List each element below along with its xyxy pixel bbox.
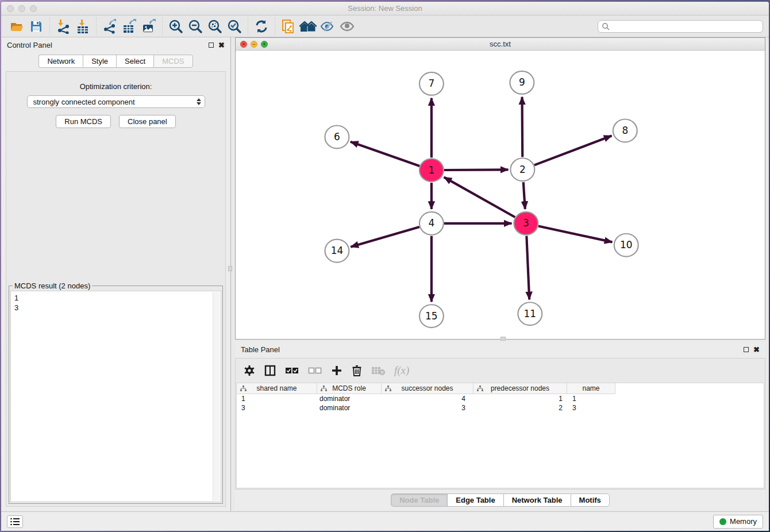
cell-name[interactable]: 1 (567, 394, 615, 403)
graph-node-14[interactable]: 14 (325, 240, 349, 263)
graph-edge-1-6[interactable] (351, 142, 419, 166)
tab-network[interactable]: Network (38, 55, 83, 68)
zoom-fit-button[interactable] (205, 17, 225, 36)
cell-successor-nodes[interactable]: 3 (382, 403, 473, 413)
clone-network-button[interactable] (279, 17, 298, 36)
graph-node-8[interactable]: 8 (613, 119, 637, 142)
graph-node-6[interactable]: 6 (325, 125, 349, 148)
mcds-result-box: MCDS result (2 nodes) 1 3 (9, 286, 223, 504)
tab-style[interactable]: Style (83, 55, 116, 68)
tab-network-table[interactable]: Network Table (503, 494, 571, 507)
cell-mcds-role[interactable]: dominator (317, 394, 382, 403)
hide-selected-button[interactable] (318, 17, 337, 36)
table-settings-button[interactable] (244, 365, 255, 376)
graph-edge-4-14[interactable] (351, 227, 419, 247)
task-history-button[interactable] (7, 515, 23, 528)
result-scrollbar[interactable] (213, 292, 220, 501)
graph-node-3[interactable]: 3 (514, 212, 538, 235)
result-item[interactable]: 1 (14, 293, 209, 303)
import-table-button[interactable] (73, 17, 93, 36)
graph-edge-1-2[interactable] (444, 169, 509, 170)
graph-edge-3-10[interactable] (538, 226, 613, 242)
network-minimize-button[interactable]: − (251, 41, 257, 48)
table-toolbar: f(x) (236, 358, 765, 383)
mcds-result-list[interactable]: 1 3 (10, 291, 221, 502)
delete-column-button[interactable] (352, 365, 362, 376)
save-session-button[interactable] (26, 17, 46, 36)
vertical-splitter-handle[interactable] (228, 266, 232, 271)
import-network-button[interactable] (53, 17, 73, 36)
maximize-window-button[interactable] (30, 5, 37, 12)
column-header-name[interactable]: name (567, 383, 615, 394)
close-window-button[interactable] (7, 5, 14, 12)
search-input[interactable] (612, 22, 759, 30)
refresh-button[interactable] (252, 17, 271, 36)
column-label: MCDS role (332, 384, 366, 392)
cell-successor-nodes[interactable]: 4 (382, 394, 473, 403)
open-folder-icon (9, 19, 24, 34)
search-box[interactable] (598, 20, 763, 33)
open-session-button[interactable] (7, 17, 26, 36)
graph-node-10[interactable]: 10 (614, 234, 638, 257)
select-all-button[interactable] (285, 367, 299, 375)
graph-svg[interactable]: 7968124314101511 (236, 51, 765, 339)
close-panel-button[interactable]: Close panel (119, 115, 176, 128)
graph-node-15[interactable]: 15 (419, 304, 444, 327)
cell-mcds-role[interactable]: dominator (317, 403, 382, 413)
graph-node-11[interactable]: 11 (518, 302, 542, 325)
float-table-panel-icon[interactable] (744, 347, 749, 352)
memory-button[interactable]: Memory (713, 515, 763, 529)
tab-node-table[interactable]: Node Table (391, 494, 447, 507)
graph-edge-2-9[interactable] (522, 97, 523, 157)
home-button[interactable] (298, 17, 318, 36)
add-column-button[interactable] (331, 365, 342, 376)
export-image-button[interactable] (139, 17, 159, 36)
zoom-out-button[interactable] (186, 17, 205, 36)
tab-edge-table[interactable]: Edge Table (447, 494, 503, 507)
column-header-mcds-role[interactable]: MCDS role (317, 383, 382, 394)
close-panel-icon[interactable]: ✖ (218, 41, 225, 49)
graph-edge-3-11[interactable] (526, 236, 529, 300)
graph-edge-2-8[interactable] (534, 136, 612, 165)
graph-node-4[interactable]: 4 (419, 212, 444, 235)
network-canvas[interactable]: 7968124314101511 (236, 51, 765, 339)
tab-select[interactable]: Select (116, 55, 153, 68)
cell-name[interactable]: 3 (567, 403, 615, 413)
table-row[interactable]: 3 dominator 3 2 3 (237, 403, 764, 413)
cell-predecessor-nodes[interactable]: 2 (473, 403, 567, 413)
graph-node-2[interactable]: 2 (510, 158, 534, 181)
show-all-button[interactable] (337, 17, 357, 36)
column-header-successor-nodes[interactable]: successor nodes (382, 383, 473, 394)
zoom-in-button[interactable] (166, 17, 186, 36)
export-table-button[interactable] (120, 17, 139, 36)
graph-node-1[interactable]: 1 (419, 159, 444, 182)
toolbar-separator (275, 18, 275, 35)
network-maximize-button[interactable]: + (261, 41, 268, 48)
run-mcds-button[interactable]: Run MCDS (56, 115, 111, 128)
cell-shared-name[interactable]: 1 (237, 394, 317, 403)
graph-edge-2-3[interactable] (523, 182, 525, 209)
function-builder-button[interactable]: f(x) (394, 364, 409, 377)
cell-predecessor-nodes[interactable]: 1 (473, 394, 567, 403)
column-header-predecessor-nodes[interactable]: predecessor nodes (473, 383, 567, 394)
export-network-button[interactable] (100, 17, 120, 36)
show-column-panel-button[interactable] (264, 365, 276, 376)
criterion-dropdown[interactable]: strongly connected component (27, 95, 205, 108)
column-header-shared-name[interactable]: shared name (237, 383, 317, 394)
result-item[interactable]: 3 (14, 303, 209, 313)
deselect-all-button[interactable] (308, 367, 322, 375)
tab-motifs[interactable]: Motifs (571, 494, 610, 507)
graph-edge-3-1[interactable] (444, 177, 515, 217)
network-close-button[interactable]: × (240, 41, 247, 48)
minimize-window-button[interactable] (18, 5, 25, 12)
float-panel-icon[interactable] (209, 43, 214, 48)
tab-mcds[interactable]: MCDS (153, 55, 192, 68)
cell-shared-name[interactable]: 3 (237, 403, 317, 413)
zoom-selected-button[interactable] (225, 17, 244, 36)
table-row[interactable]: 1 dominator 4 1 1 (237, 394, 764, 403)
close-table-panel-icon[interactable]: ✖ (753, 346, 760, 353)
graph-node-9[interactable]: 9 (510, 71, 534, 94)
graph-node-7[interactable]: 7 (419, 72, 444, 95)
horizontal-splitter-handle[interactable] (500, 337, 506, 341)
delete-table-button[interactable] (371, 365, 385, 376)
